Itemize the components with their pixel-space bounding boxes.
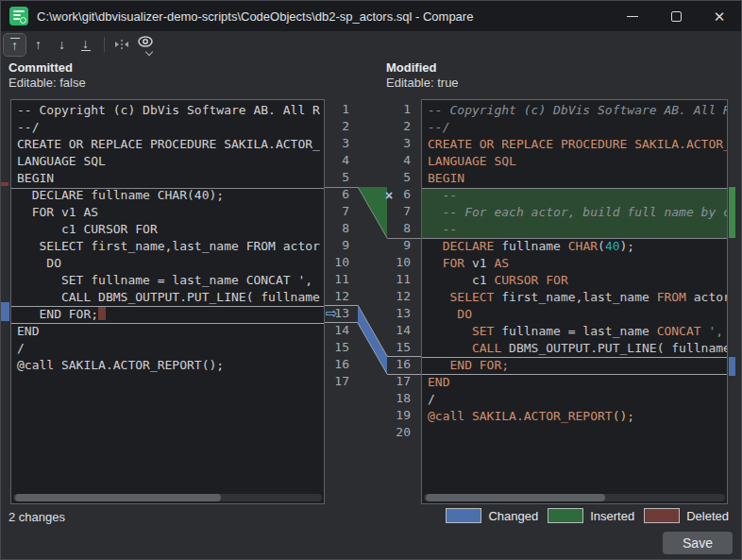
inserted-marker-right[interactable] [729, 187, 735, 238]
deleted-swatch [644, 508, 680, 523]
eye-icon [137, 35, 154, 52]
line-number: 15 [325, 339, 355, 356]
right-line-numbers: 1234567891011121314151617181920 [386, 99, 416, 504]
line-number: 2 [386, 118, 416, 135]
right-scrollbar-thumb[interactable] [426, 494, 605, 501]
code-line: @call SAKILA.ACTOR_REPORT(); [422, 408, 727, 425]
code-line: BEGIN [11, 170, 324, 187]
line-number: 3 [325, 135, 355, 152]
maximize-button[interactable] [654, 1, 698, 31]
code-line: END [11, 323, 324, 340]
line-number: 1 [325, 101, 355, 118]
code-line [11, 374, 324, 391]
line-number: 18 [386, 390, 416, 407]
legend-item-changed: Changed [446, 508, 538, 523]
line-number: 14 [386, 322, 416, 339]
deleted-label: Deleted [686, 509, 729, 523]
code-line: LANGUAGE SQL [11, 153, 324, 170]
left-pane-title: Committed [8, 60, 73, 75]
code-line: DO [422, 306, 727, 323]
save-button[interactable]: Save [663, 532, 733, 554]
toolbar-separator [104, 37, 105, 52]
line-number: 11 [325, 271, 355, 288]
close-icon: ✕ [714, 9, 726, 24]
code-line: --/ [422, 119, 727, 136]
code-line: SELECT first_name,last_name FROM actor [422, 289, 727, 306]
current-diff-arrow-icon[interactable]: ⇨ [326, 305, 338, 322]
changes-count: 2 changes [8, 510, 65, 524]
line-number: 6 [325, 186, 355, 203]
line-number: 19 [386, 407, 416, 424]
code-line: SET fullname = last_name CONCAT ', [422, 323, 727, 340]
code-line: END [422, 374, 727, 391]
legend-item-deleted: Deleted [644, 508, 729, 523]
line-number: 5 [386, 169, 416, 186]
next-difference-button[interactable]: ↓ [51, 34, 73, 56]
maximize-icon [671, 11, 682, 22]
window-controls: ✕ [611, 1, 741, 31]
line-number: 15 [386, 339, 416, 356]
line-number: 12 [386, 288, 416, 305]
view-options-button[interactable] [134, 34, 157, 56]
deleted-text-block [98, 307, 106, 320]
line-number: 17 [325, 373, 355, 390]
line-number: 10 [325, 254, 355, 271]
code-line: / [422, 391, 727, 408]
code-line: CALL DBMS_OUTPUT.PUT_LINE( fullname [422, 340, 727, 357]
revert-change-icon[interactable]: × [385, 187, 393, 204]
line-number: 16 [386, 356, 416, 373]
line-number: 16 [325, 356, 355, 373]
close-button[interactable]: ✕ [698, 1, 741, 31]
left-line-numbers: 1234567891011121314151617 [325, 99, 355, 504]
minimize-button[interactable] [611, 1, 654, 31]
code-line: DECLARE fullname CHAR(40); [11, 187, 324, 204]
last-difference-button[interactable]: ↓ [75, 34, 96, 56]
toolbar: ↑ ↑ ↓ ↓ [1, 31, 741, 58]
line-number: 17 [386, 373, 416, 390]
code-line: --/ [11, 119, 324, 136]
code-line: c1 CURSOR FOR [11, 221, 324, 238]
right-code-pane[interactable]: -- Copyright (c) DbVis Software AB. All … [421, 99, 728, 504]
code-line: -- Copyright (c) DbVis Software AB. All … [11, 102, 324, 119]
line-number: 4 [325, 152, 355, 169]
mirror-diff-icon [114, 38, 129, 51]
code-line: FOR v1 AS [422, 255, 727, 272]
line-number: 5 [325, 169, 355, 186]
code-line: -- For each actor, build full name by c [422, 204, 727, 221]
previous-difference-button[interactable]: ↑ [27, 34, 49, 56]
changed-swatch [446, 508, 481, 523]
legend-item-inserted: Inserted [548, 508, 634, 523]
code-line: LANGUAGE SQL [422, 153, 727, 170]
changed-label: Changed [488, 509, 538, 523]
first-difference-button[interactable]: ↑ [4, 34, 25, 56]
line-number: 11 [386, 271, 416, 288]
line-number: 8 [386, 220, 416, 237]
line-number: 9 [325, 237, 355, 254]
line-number: 10 [386, 254, 416, 271]
line-number: 3 [386, 135, 416, 152]
titlebar: C:\work\git\dbvisualizer-demo-scripts\Co… [1, 1, 741, 31]
code-line: CREATE OR REPLACE PROCEDURE SAKILA.ACTOR… [11, 136, 324, 153]
code-line: SELECT first_name,last_name FROM actor [11, 238, 324, 255]
code-line: END FOR; [11, 306, 324, 323]
changed-marker-right[interactable] [729, 357, 735, 376]
line-number: 7 [325, 203, 355, 220]
line-number: 14 [325, 322, 355, 339]
code-line: @call SAKILA.ACTOR_REPORT(); [11, 357, 324, 374]
diff-legend: Changed Inserted Deleted [446, 508, 729, 523]
changed-marker-left[interactable] [1, 302, 9, 321]
arrow-up-to-bar-icon: ↑ [11, 40, 18, 51]
line-number: 4 [386, 152, 416, 169]
arrow-up-icon: ↑ [35, 39, 42, 50]
right-horizontal-scrollbar[interactable] [424, 494, 725, 501]
left-horizontal-scrollbar[interactable] [13, 494, 322, 501]
inserted-label: Inserted [590, 509, 634, 523]
right-pane-editable: Editable: true [386, 76, 459, 90]
deleted-marker-left[interactable] [1, 182, 8, 186]
line-number: 13 [386, 305, 416, 322]
code-line [422, 425, 727, 442]
line-number: 20 [386, 424, 416, 441]
left-scrollbar-thumb[interactable] [15, 494, 221, 501]
bar-bottom-icon [81, 50, 91, 51]
mirror-diff-button[interactable] [110, 34, 132, 56]
